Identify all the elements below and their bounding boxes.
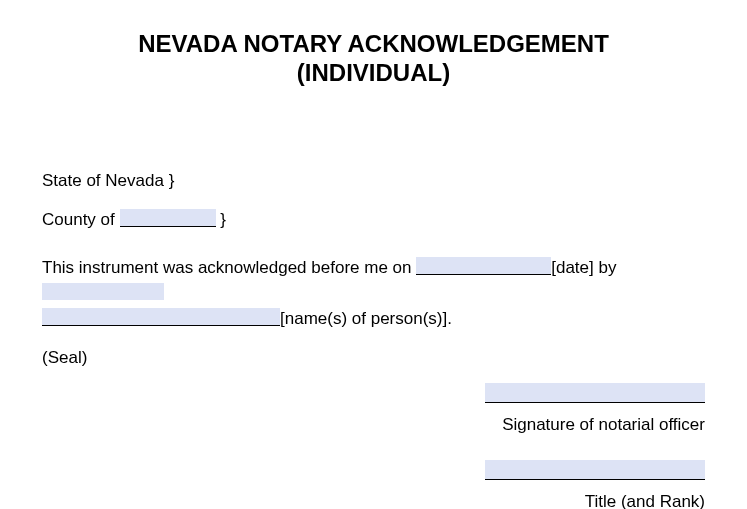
title-rank-label: Title (and Rank) xyxy=(42,489,705,509)
title-line-1: NEVADA NOTARY ACKNOWLEDGEMENT xyxy=(42,30,705,59)
signature-field[interactable] xyxy=(485,383,705,403)
document-page: NEVADA NOTARY ACKNOWLEDGEMENT (INDIVIDUA… xyxy=(0,0,747,509)
county-prefix: County of xyxy=(42,210,115,229)
title-rank-group: Title (and Rank) xyxy=(42,460,705,509)
ack-names-label: [name(s) of person(s)]. xyxy=(280,309,452,328)
ack-prefix: This instrument was acknowledged before … xyxy=(42,258,411,277)
title-line-2: (INDIVIDUAL) xyxy=(42,59,705,88)
ack-date-label: [date] by xyxy=(551,258,616,277)
names-field-2[interactable] xyxy=(42,308,280,326)
title-rank-field[interactable] xyxy=(485,460,705,480)
signature-line-row xyxy=(42,383,705,411)
title-rank-line-row xyxy=(42,460,705,488)
document-title: NEVADA NOTARY ACKNOWLEDGEMENT (INDIVIDUA… xyxy=(42,30,705,88)
state-line: State of Nevada } xyxy=(42,168,705,194)
date-field[interactable] xyxy=(416,257,551,275)
county-field[interactable] xyxy=(120,209,216,227)
seal-label: (Seal) xyxy=(42,345,705,371)
county-suffix: } xyxy=(216,210,226,229)
acknowledgement-paragraph: This instrument was acknowledged before … xyxy=(42,255,705,332)
signature-block: Signature of notarial officer Title (and… xyxy=(42,383,705,509)
names-field-1[interactable] xyxy=(42,283,164,300)
county-line: County of } xyxy=(42,207,705,233)
signature-group: Signature of notarial officer xyxy=(42,383,705,438)
signature-label: Signature of notarial officer xyxy=(42,412,705,438)
document-body: State of Nevada } County of } This instr… xyxy=(42,168,705,509)
